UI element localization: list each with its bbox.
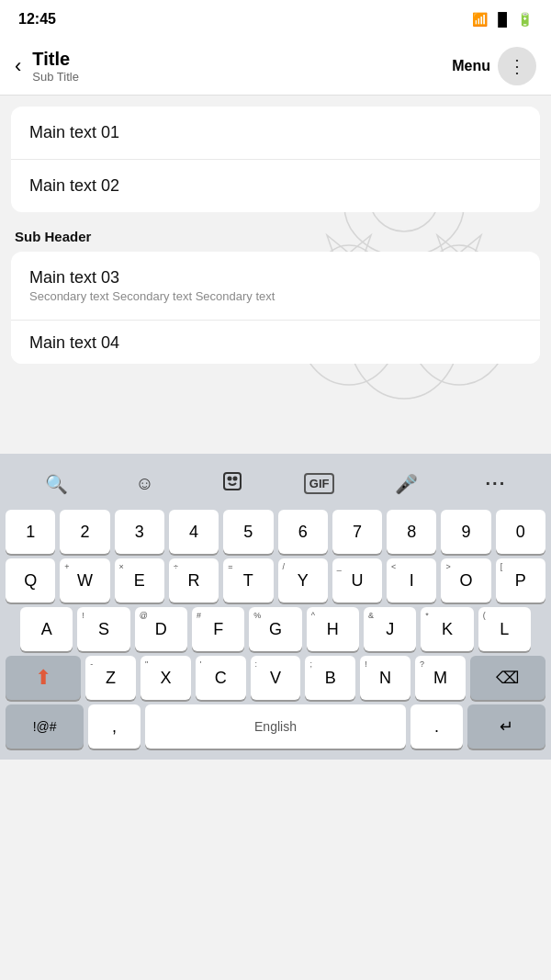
kb-emoji-button[interactable]: ☺ xyxy=(128,469,161,498)
signal-icon: ▐▌ xyxy=(493,12,512,27)
app-subtitle: Sub Title xyxy=(32,70,452,84)
kb-key-label: D xyxy=(155,620,167,639)
kb-key-s[interactable]: !S xyxy=(77,607,129,651)
main-text-4: Main text 04 xyxy=(29,333,522,353)
kb-gif-button[interactable]: GIF xyxy=(304,473,335,494)
kb-key-label: P xyxy=(515,571,526,591)
kb-key-label: S xyxy=(98,620,109,639)
menu-area: Menu ⋮ xyxy=(452,47,536,85)
svg-point-28 xyxy=(234,478,237,480)
kb-key-a[interactable]: A xyxy=(20,607,73,651)
kb-key-9[interactable]: 9 xyxy=(441,510,490,554)
sub-header: Sub Header xyxy=(11,216,540,252)
kb-key-e[interactable]: ×E xyxy=(115,558,164,603)
kb-key-n[interactable]: !N xyxy=(360,656,410,700)
kb-key-label: 2 xyxy=(80,523,89,542)
kb-key-k[interactable]: *K xyxy=(421,607,473,651)
kb-symbols-button[interactable]: !@# xyxy=(6,704,84,749)
kb-key-label: 4 xyxy=(189,523,198,542)
kb-key-5[interactable]: 5 xyxy=(223,510,273,554)
kb-backspace-button[interactable]: ⌫ xyxy=(470,656,545,700)
main-text-1: Main text 01 xyxy=(29,123,522,142)
kb-key-4[interactable]: 4 xyxy=(169,510,219,554)
kb-key-6[interactable]: 6 xyxy=(278,510,328,554)
more-button[interactable]: ⋮ xyxy=(498,47,536,85)
list-item-2[interactable]: Main text 02 xyxy=(11,160,540,212)
app-title: Title xyxy=(32,48,452,70)
menu-label[interactable]: Menu xyxy=(452,58,490,74)
kb-key-u[interactable]: _U xyxy=(332,558,382,603)
kb-key-f[interactable]: #F xyxy=(192,607,244,651)
kb-period-button[interactable]: . xyxy=(410,704,463,749)
back-button[interactable]: ‹ xyxy=(15,54,21,78)
list-item-1[interactable]: Main text 01 xyxy=(11,107,540,160)
kb-search-button[interactable]: 🔍 xyxy=(38,469,75,499)
kb-key-label: N xyxy=(379,669,391,688)
kb-mic-button[interactable]: 🎤 xyxy=(388,469,425,499)
kb-key-label: W xyxy=(77,571,93,591)
kb-key-w[interactable]: +W xyxy=(60,558,109,603)
kb-key-label: A xyxy=(41,620,52,639)
kb-key-label: T xyxy=(243,571,253,591)
kb-period-label: . xyxy=(434,717,439,737)
svg-rect-26 xyxy=(224,473,241,490)
kb-key-p[interactable]: [P xyxy=(496,558,545,603)
enter-icon: ↵ xyxy=(500,716,513,737)
kb-qwerty-row: Q +W ×E ÷R =T /Y _U <I >O [P xyxy=(4,558,547,603)
backspace-icon: ⌫ xyxy=(496,668,519,688)
app-bar: ‹ Title Sub Title Menu ⋮ xyxy=(0,37,551,96)
kb-key-b[interactable]: ;B xyxy=(305,656,355,700)
kb-key-label: 8 xyxy=(407,523,416,542)
kb-key-z[interactable]: -Z xyxy=(85,656,136,700)
kb-symbols-label: !@# xyxy=(33,719,57,734)
kb-key-label: O xyxy=(460,571,473,591)
kb-bottom-row: !@# , English . ↵ xyxy=(4,704,547,749)
kb-key-0[interactable]: 0 xyxy=(496,510,545,554)
kb-zxcv-row: ⬆ -Z "X 'C :V ;B !N ?M ⌫ xyxy=(4,656,547,700)
kb-asdf-row: A !S @D #F %G ^H &J *K (L xyxy=(4,607,547,651)
list-card-2: Main text 03 Secondary text Secondary te… xyxy=(11,252,540,364)
battery-icon: 🔋 xyxy=(517,12,533,27)
shift-icon: ⬆ xyxy=(35,666,51,690)
kb-more-button[interactable]: ··· xyxy=(478,469,514,498)
kb-key-v[interactable]: :V xyxy=(251,656,301,700)
kb-key-h[interactable]: ^H xyxy=(307,607,359,651)
kb-number-row: 1 2 3 4 5 6 7 8 9 0 xyxy=(4,510,547,554)
wifi-icon: 📶 xyxy=(472,12,488,27)
keyboard-toolbar: 🔍 ☺ GIF 🎤 ··· xyxy=(4,461,547,510)
kb-shift-button[interactable]: ⬆ xyxy=(6,656,81,700)
list-card-1: Main text 01 Main text 02 xyxy=(11,107,540,212)
kb-key-label: I xyxy=(410,571,414,591)
kb-key-8[interactable]: 8 xyxy=(387,510,436,554)
kb-key-label: J xyxy=(386,620,394,639)
kb-key-label: 9 xyxy=(462,523,471,542)
kb-key-i[interactable]: <I xyxy=(387,558,436,603)
kb-key-3[interactable]: 3 xyxy=(115,510,164,554)
main-text-3: Main text 03 xyxy=(29,268,522,287)
kb-key-q[interactable]: Q xyxy=(6,558,55,603)
kb-key-m[interactable]: ?M xyxy=(415,656,466,700)
kb-key-y[interactable]: /Y xyxy=(278,558,328,603)
kb-key-7[interactable]: 7 xyxy=(332,510,382,554)
kb-space-button[interactable]: English xyxy=(145,704,406,749)
kb-key-label: E xyxy=(134,571,145,591)
kb-key-j[interactable]: &J xyxy=(364,607,416,651)
list-item-3[interactable]: Main text 03 Secondary text Secondary te… xyxy=(11,252,540,321)
kb-key-r[interactable]: ÷R xyxy=(169,558,219,603)
list-item-4[interactable]: Main text 04 xyxy=(11,321,540,364)
kb-key-label: R xyxy=(188,571,200,591)
kb-key-x[interactable]: "X xyxy=(141,656,191,700)
kb-key-2[interactable]: 2 xyxy=(60,510,109,554)
kb-enter-button[interactable]: ↵ xyxy=(467,704,545,749)
kb-sticker-button[interactable] xyxy=(214,467,251,501)
kb-key-label: Q xyxy=(24,571,37,591)
kb-key-label: Y xyxy=(298,571,309,591)
kb-comma-button[interactable]: , xyxy=(88,704,141,749)
kb-key-t[interactable]: =T xyxy=(223,558,273,603)
kb-key-1[interactable]: 1 xyxy=(6,510,55,554)
kb-key-o[interactable]: >O xyxy=(441,558,490,603)
kb-key-g[interactable]: %G xyxy=(249,607,301,651)
kb-key-l[interactable]: (L xyxy=(478,607,531,651)
kb-key-c[interactable]: 'C xyxy=(196,656,246,700)
kb-key-d[interactable]: @D xyxy=(135,607,187,651)
